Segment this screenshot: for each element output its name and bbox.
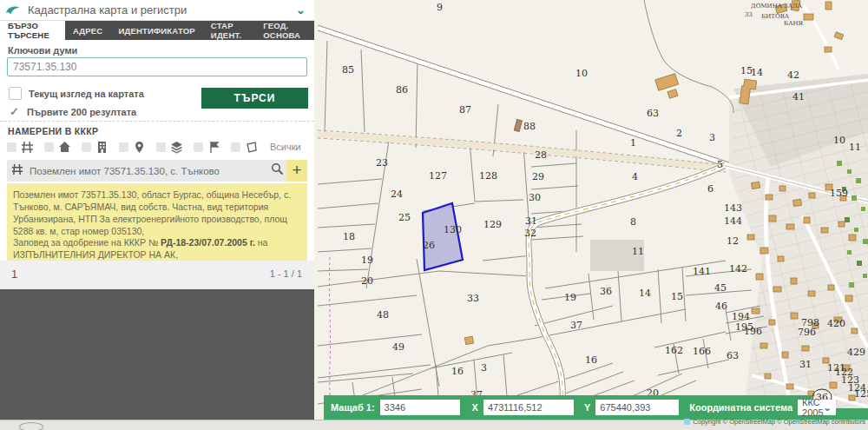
page-number[interactable]: 1 <box>11 268 17 281</box>
filter-checkbox[interactable] <box>119 142 128 152</box>
detail-text: Заповед за одобрение на КККР № <box>13 237 161 248</box>
sidebar-panel: Кадастрална карта и регистри ⌄ БЪРЗО ТЪР… <box>0 0 314 420</box>
polygon-icon[interactable] <box>245 141 258 154</box>
current-view-row: Текущ изглед на картата <box>9 87 144 100</box>
svg-text:25: 25 <box>398 212 411 223</box>
svg-text:141: 141 <box>693 266 711 277</box>
svg-text:24: 24 <box>391 189 403 200</box>
tab-address[interactable]: АДРЕС <box>65 21 111 40</box>
filter-all-label[interactable]: Всички <box>270 142 301 152</box>
svg-text:3: 3 <box>481 362 487 374</box>
svg-text:19: 19 <box>361 255 373 266</box>
result-list-item[interactable]: Поземлен имот 73571.35.130, с. Тънково + <box>7 160 307 182</box>
result-filter-row: Всички <box>7 139 307 155</box>
svg-text:88: 88 <box>523 121 536 132</box>
panel-collapse-icon[interactable]: ⌄ <box>296 3 306 17</box>
filter-checkbox[interactable] <box>7 142 16 152</box>
svg-text:19: 19 <box>564 292 576 303</box>
svg-text:10: 10 <box>575 68 588 79</box>
building-icon[interactable] <box>95 141 108 154</box>
svg-text:41: 41 <box>792 91 805 103</box>
svg-text:32: 32 <box>524 228 536 239</box>
y-coordinate-input[interactable] <box>595 400 679 415</box>
svg-text:796: 796 <box>798 327 816 338</box>
results-section-title: НАМЕРЕНИ В КККР <box>8 126 98 136</box>
svg-text:130: 130 <box>444 224 462 235</box>
svg-text:129: 129 <box>483 219 502 230</box>
svg-text:63: 63 <box>727 350 739 361</box>
magnifier-icon[interactable] <box>267 162 286 179</box>
filter-checkbox[interactable] <box>156 142 166 152</box>
first200-checkbox-checked[interactable]: ✓ <box>9 105 20 118</box>
crs-value: ККС 2005 <box>802 397 823 418</box>
map-canvas[interactable]: 9858687881023127128242526181920130129282… <box>314 0 868 420</box>
svg-text:49: 49 <box>392 341 404 353</box>
separator <box>0 121 314 122</box>
svg-text:87: 87 <box>459 104 471 116</box>
svg-text:ДОМИНА ЗАЛА: ДОМИНА ЗАЛА <box>751 3 803 10</box>
svg-text:159: 159 <box>830 188 848 199</box>
filter-checkbox[interactable] <box>82 142 91 152</box>
svg-text:33: 33 <box>745 11 753 18</box>
filter-checkbox[interactable] <box>231 142 240 152</box>
scale-input[interactable] <box>380 400 460 415</box>
tab-identifier[interactable]: ИДЕНТИФИКАТОР <box>110 21 202 40</box>
x-coordinate-input[interactable] <box>483 400 574 415</box>
sidebar-filler <box>0 289 314 420</box>
svg-text:31: 31 <box>799 359 812 370</box>
svg-text:125: 125 <box>854 388 868 400</box>
current-view-checkbox[interactable] <box>9 87 22 100</box>
svg-text:26: 26 <box>423 240 435 251</box>
svg-text:14: 14 <box>751 67 763 78</box>
svg-text:16: 16 <box>451 366 464 377</box>
chevron-down-icon: ⌄ <box>824 402 832 413</box>
svg-text:18: 18 <box>343 231 355 242</box>
tab-old-ident[interactable]: СТАР ИДЕНТ. <box>203 21 255 40</box>
svg-text:1: 1 <box>630 137 636 149</box>
svg-text:4: 4 <box>632 171 638 182</box>
svg-text:11: 11 <box>632 246 644 257</box>
crs-label: Координатна система <box>689 402 792 413</box>
first200-label: Първите 200 резултата <box>27 107 136 117</box>
map-copyright: Copyright © OpenStreetMap © OpenStreetMa… <box>684 418 865 426</box>
layers-icon[interactable] <box>170 141 183 154</box>
svg-text:2: 2 <box>676 128 682 139</box>
svg-text:БИТОВА: БИТОВА <box>761 13 790 20</box>
svg-text:5: 5 <box>717 159 723 170</box>
svg-text:28: 28 <box>535 149 547 161</box>
pin-icon[interactable] <box>133 141 146 154</box>
filter-checkbox[interactable] <box>44 142 54 152</box>
svg-text:144: 144 <box>724 215 742 227</box>
results-pager: 1 1 - 1 / 1 <box>0 261 314 289</box>
svg-text:33: 33 <box>467 293 479 304</box>
map-statusbar: Мащаб 1: X Y Координатна система ККС 200… <box>324 395 812 420</box>
svg-text:9: 9 <box>437 2 443 13</box>
svg-text:127: 127 <box>429 170 447 182</box>
svg-text:3: 3 <box>709 132 715 143</box>
osm-icon <box>684 419 690 425</box>
add-to-selection-icon[interactable]: + <box>286 160 307 182</box>
tab-geod-basis[interactable]: ГЕОД. ОСНОВА <box>255 21 314 40</box>
scale-label: Мащаб 1: <box>331 402 375 413</box>
svg-text:420: 420 <box>827 318 845 329</box>
grid-icon[interactable] <box>21 141 34 154</box>
cadastral-map: 9858687881023127128242526181920130129282… <box>318 0 868 420</box>
svg-text:16: 16 <box>585 354 597 366</box>
svg-text:10: 10 <box>833 135 845 146</box>
svg-text:20: 20 <box>361 275 373 287</box>
svg-text:196: 196 <box>744 326 762 337</box>
svg-text:6: 6 <box>707 183 713 195</box>
crs-select[interactable]: ККС 2005 ⌄ <box>798 400 836 415</box>
house-icon[interactable] <box>58 141 71 154</box>
tab-quick-search[interactable]: БЪРЗО ТЪРСЕНЕ <box>0 21 65 40</box>
svg-text:48: 48 <box>377 309 389 321</box>
svg-text:63: 63 <box>647 108 659 119</box>
y-label: Y <box>584 402 590 413</box>
svg-text:46: 46 <box>715 301 727 312</box>
svg-text:85: 85 <box>342 64 354 76</box>
filter-checkbox[interactable] <box>194 142 203 152</box>
keywords-input[interactable] <box>7 57 307 76</box>
svg-text:11: 11 <box>849 142 861 153</box>
flag-icon[interactable] <box>207 141 220 154</box>
search-button[interactable]: ТЪРСИ <box>201 88 308 109</box>
